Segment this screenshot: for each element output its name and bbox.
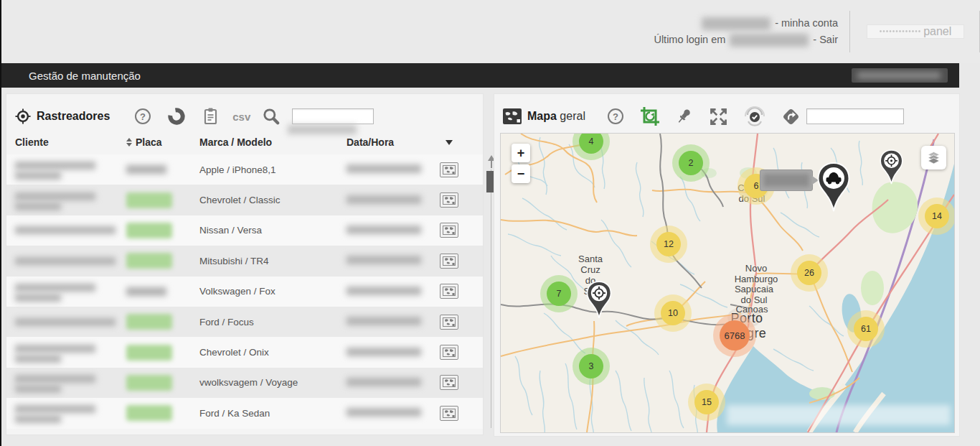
zoom-in-button[interactable]: + bbox=[512, 144, 530, 162]
header-divider bbox=[849, 11, 850, 52]
redacted-datetime bbox=[347, 256, 421, 264]
zoom-out-button[interactable]: − bbox=[512, 164, 530, 183]
redacted-client-name bbox=[15, 192, 126, 210]
radar-signal-icon[interactable] bbox=[744, 106, 765, 126]
report-clipboard-icon[interactable] bbox=[202, 107, 220, 126]
table-row[interactable]: vwolksvagem / Voyage bbox=[6, 368, 483, 398]
table-row[interactable]: Ford / Focus bbox=[6, 307, 483, 337]
redacted-plate bbox=[126, 165, 166, 174]
sair-link[interactable]: - Sair bbox=[813, 32, 838, 48]
marca-modelo-cell: Ford / Focus bbox=[199, 317, 347, 327]
search-icon bbox=[262, 107, 281, 126]
trackers-search-input[interactable] bbox=[292, 108, 374, 124]
cluster-count: 14 bbox=[925, 204, 949, 228]
map-panel-title: Mapa geral bbox=[527, 110, 585, 123]
table-row[interactable]: Ford / Ka Sedan bbox=[6, 398, 483, 428]
trackers-table-body: Apple / iPhone8,1 bbox=[6, 154, 483, 429]
world-map-icon bbox=[443, 256, 456, 266]
redacted-datetime bbox=[347, 195, 421, 204]
trackers-panel: Rastreadores ? bbox=[6, 93, 484, 435]
column-header-placa[interactable]: Placa bbox=[136, 136, 162, 148]
column-header-data-hora[interactable]: Data/Hora bbox=[347, 136, 436, 148]
svg-text:?: ? bbox=[140, 111, 146, 122]
vehicle-car-pin[interactable] bbox=[817, 162, 850, 217]
marca-modelo-cell: Chevrolet / Onix bbox=[199, 347, 347, 358]
show-on-map-button[interactable] bbox=[440, 345, 458, 360]
show-on-map-button[interactable] bbox=[440, 375, 458, 390]
map-search-input[interactable] bbox=[806, 108, 904, 124]
redacted-titlebar-button[interactable] bbox=[852, 68, 948, 83]
cluster-count: 10 bbox=[661, 301, 685, 325]
map-canvas[interactable]: Caxias do Sul Santa Cruz do Sul Novo Ham… bbox=[500, 133, 955, 433]
table-row[interactable]: Chevrolet / Onix bbox=[6, 337, 483, 367]
marca-modelo-cell: Chevrolet / Classic bbox=[199, 195, 347, 205]
show-on-map-button[interactable] bbox=[440, 162, 458, 177]
help-icon[interactable]: ? bbox=[134, 108, 151, 125]
map-city-label: Sapucaia do Sul bbox=[735, 284, 773, 305]
redacted-client-name bbox=[15, 375, 126, 393]
show-on-map-button[interactable] bbox=[440, 315, 458, 330]
redacted-client-name bbox=[15, 226, 126, 234]
last-login-label: Último login em bbox=[654, 32, 725, 48]
world-map-icon bbox=[443, 409, 456, 418]
cluster-count: 7 bbox=[547, 282, 571, 306]
show-on-map-button[interactable] bbox=[440, 406, 458, 421]
redacted-login-date bbox=[730, 34, 809, 47]
cluster-count: 12 bbox=[656, 232, 681, 256]
redacted-datetime bbox=[347, 287, 421, 295]
show-on-map-button[interactable] bbox=[440, 192, 458, 208]
navigation-arrow-icon[interactable] bbox=[781, 107, 801, 126]
redacted-username bbox=[702, 17, 771, 30]
map-help-icon[interactable]: ? bbox=[607, 108, 624, 125]
cluster-count: 3 bbox=[579, 354, 603, 378]
table-header-row: Cliente Placa Marca / Modelo Data/Hora bbox=[6, 133, 483, 152]
marca-modelo-cell: Mitsubishi / TR4 bbox=[199, 256, 347, 266]
target-pin-marker[interactable] bbox=[880, 149, 903, 188]
pushpin-icon[interactable] bbox=[676, 107, 693, 126]
expand-arrows-icon[interactable] bbox=[709, 107, 728, 126]
redacted-search-hint bbox=[288, 125, 357, 134]
redacted-datetime bbox=[347, 348, 421, 356]
world-map-icon bbox=[443, 348, 456, 357]
app-page: - minha conta Último login em - Sair •••… bbox=[0, 0, 980, 446]
table-row[interactable]: Mitsubishi / TR4 bbox=[6, 246, 483, 276]
redacted-plate bbox=[126, 405, 172, 421]
table-row[interactable]: Nissan / Versa bbox=[6, 215, 483, 246]
module-titlebar: Gestão de manutenção bbox=[1, 63, 959, 88]
redacted-plate bbox=[126, 287, 166, 296]
redacted-plate bbox=[126, 314, 172, 330]
scrollbar-track[interactable] bbox=[491, 169, 491, 428]
table-row[interactable]: Volkswagen / Fox bbox=[6, 277, 483, 307]
redacted-client-name bbox=[15, 162, 126, 180]
show-on-map-button[interactable] bbox=[440, 284, 458, 299]
sort-icon[interactable] bbox=[126, 138, 132, 147]
redacted-vehicle-tooltip bbox=[760, 169, 813, 191]
show-on-map-button[interactable] bbox=[440, 254, 458, 269]
table-row[interactable]: Chevrolet / Classic bbox=[6, 185, 483, 215]
map-layers-button[interactable] bbox=[921, 146, 946, 169]
map-panel-header: Mapa geral ? bbox=[494, 100, 959, 133]
trackers-panel-title: Rastreadores bbox=[37, 110, 110, 123]
show-on-map-button[interactable] bbox=[440, 223, 458, 238]
map-city-label: Novo Hamburgo bbox=[735, 263, 778, 284]
redacted-plate bbox=[126, 375, 172, 391]
top-header: - minha conta Último login em - Sair •••… bbox=[1, 0, 980, 63]
world-map-icon bbox=[443, 317, 456, 327]
minha-conta-link[interactable]: - minha conta bbox=[775, 15, 838, 32]
csv-export-button[interactable]: csv bbox=[232, 111, 250, 123]
refresh-spinner-icon[interactable] bbox=[167, 107, 186, 126]
marca-modelo-cell: Ford / Ka Sedan bbox=[199, 408, 347, 419]
column-header-cliente[interactable]: Cliente bbox=[15, 136, 126, 148]
fit-bounds-crop-icon[interactable] bbox=[640, 106, 660, 126]
column-filter-caret-icon[interactable] bbox=[446, 140, 453, 145]
layers-icon bbox=[925, 149, 942, 167]
marca-modelo-cell: Apple / iPhone8,1 bbox=[199, 164, 347, 175]
world-map-icon bbox=[443, 226, 456, 235]
redacted-map-attribution bbox=[727, 405, 951, 425]
column-header-marca-modelo[interactable]: Marca / Modelo bbox=[199, 136, 347, 148]
brand-panel-label: panel bbox=[923, 25, 951, 38]
redacted-plate bbox=[126, 345, 172, 361]
table-row[interactable]: Apple / iPhone8,1 bbox=[6, 154, 483, 185]
redacted-client-name bbox=[15, 318, 126, 326]
target-pin-marker[interactable] bbox=[586, 281, 612, 322]
